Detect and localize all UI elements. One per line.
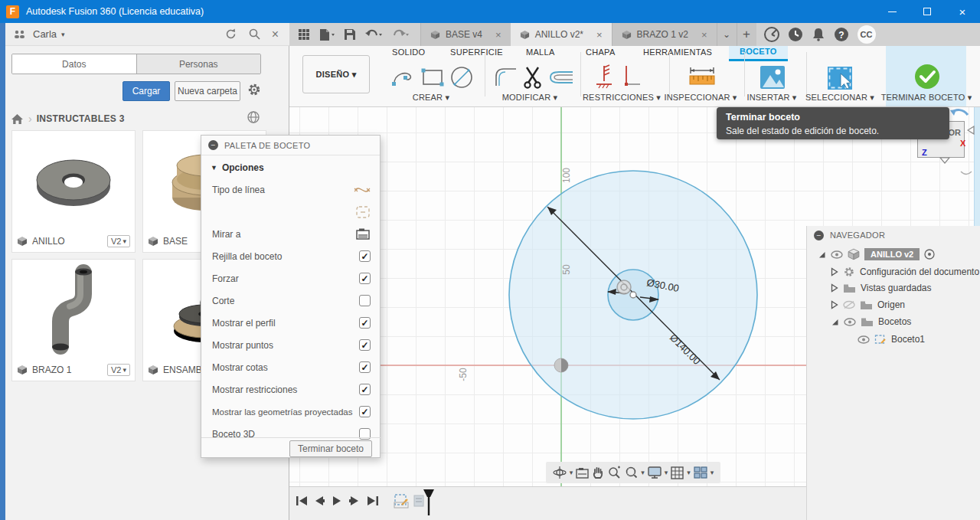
user-dropdown[interactable]: Carla <box>33 28 57 40</box>
orbit-icon[interactable] <box>553 466 567 479</box>
chevron-down-icon[interactable]: ▾ <box>710 469 714 476</box>
close-tab-icon[interactable]: × <box>596 29 603 41</box>
linetype-spline-icon[interactable] <box>354 183 371 197</box>
tab-boceto[interactable]: BOCETO <box>729 46 788 61</box>
expand-triangle-icon[interactable] <box>831 318 839 326</box>
checkbox-puntos[interactable]: ✓ <box>359 339 371 351</box>
group-crear[interactable]: CREAR ▾ <box>413 93 449 103</box>
tab-chapa[interactable]: CHAPA <box>586 47 616 61</box>
tab-herramientas[interactable]: HERRAMIENTAS <box>643 47 712 61</box>
checkbox-proyectadas[interactable]: ✓ <box>359 406 371 417</box>
notifications-bell-icon[interactable] <box>811 27 826 42</box>
browser-header[interactable]: – NAVEGADOR <box>807 226 980 244</box>
timeline-go-start-icon[interactable] <box>296 495 308 506</box>
undo-icon[interactable] <box>364 28 383 41</box>
timeline-go-end-icon[interactable] <box>367 495 379 506</box>
chevron-down-icon[interactable]: ▾ <box>687 469 691 476</box>
version-dropdown[interactable]: V2▾ <box>107 235 130 247</box>
group-terminar-boceto[interactable]: TERMINAR BOCETO ▾ <box>881 93 972 103</box>
collapse-icon[interactable]: – <box>208 140 218 150</box>
new-tab-button[interactable]: + <box>737 23 756 46</box>
chevron-down-icon[interactable]: ▾ <box>665 469 668 476</box>
checkbox-rejilla[interactable]: ✓ <box>359 250 371 262</box>
collapsed-triangle-icon[interactable] <box>831 300 838 309</box>
gear-icon[interactable] <box>247 82 262 97</box>
upload-button[interactable]: Cargar <box>122 81 170 101</box>
display-settings-icon[interactable] <box>648 466 662 479</box>
eye-icon[interactable] <box>831 250 843 259</box>
checkbox-cotas[interactable]: ✓ <box>359 361 371 373</box>
offset-tool-icon[interactable] <box>547 64 574 90</box>
checkbox-perfil[interactable]: ✓ <box>359 317 371 329</box>
browser-row-origen[interactable]: Origen <box>831 299 905 310</box>
browser-row-docsettings[interactable]: Configuración del documento <box>831 266 979 278</box>
chevron-down-icon[interactable]: ▾ <box>570 469 573 476</box>
construction-line-icon[interactable] <box>355 205 371 219</box>
fit-view-icon[interactable] <box>624 466 638 479</box>
activate-target-icon[interactable] <box>924 249 935 260</box>
tab-datos[interactable]: Datos <box>12 54 137 74</box>
perpendicular-constraint-icon[interactable] <box>619 64 642 90</box>
viewcube-rotate-ccw-icon[interactable] <box>960 170 972 178</box>
tab-malla[interactable]: MALLA <box>526 47 555 61</box>
file-menu-icon[interactable] <box>318 28 335 41</box>
timeline-feature-sketch[interactable] <box>394 493 409 509</box>
help-icon[interactable]: ? <box>833 26 850 43</box>
fix-constraint-icon[interactable] <box>593 64 616 90</box>
timeline-position-marker[interactable] <box>423 489 435 516</box>
circle-tool-icon[interactable] <box>449 64 475 90</box>
checkbox-forzar[interactable]: ✓ <box>359 273 371 284</box>
group-modificar[interactable]: MODIFICAR ▾ <box>502 93 558 103</box>
refresh-icon[interactable] <box>224 28 237 41</box>
design-dropdown[interactable]: DISEÑO ▾ <box>302 55 370 93</box>
browser-row-bocetos[interactable]: Bocetos <box>831 316 911 327</box>
eye-off-icon[interactable] <box>843 300 855 309</box>
tab-personas[interactable]: Personas <box>137 54 261 74</box>
group-insertar[interactable]: INSERTAR ▾ <box>746 93 796 103</box>
project-card-anillo[interactable]: ANILLO V2▾ <box>11 130 136 253</box>
viewports-icon[interactable] <box>694 466 707 479</box>
expand-triangle-icon[interactable] <box>818 250 826 259</box>
pan-hand-icon[interactable] <box>592 466 604 479</box>
close-tab-icon[interactable]: × <box>495 29 501 41</box>
browser-row-savedviews[interactable]: Vistas guardadas <box>831 283 932 293</box>
group-inspeccionar[interactable]: INSPECCIONAR ▾ <box>664 93 737 103</box>
home-icon[interactable] <box>11 113 24 125</box>
checkbox-corte[interactable] <box>359 295 371 306</box>
breadcrumb-folder[interactable]: INSTRUCTABLES 3 <box>37 113 125 124</box>
eye-icon[interactable] <box>858 335 870 344</box>
insert-image-icon[interactable] <box>758 64 787 90</box>
web-globe-icon[interactable] <box>247 110 260 124</box>
sketch-palette-header[interactable]: – PALETA DE BOCETO <box>201 136 380 155</box>
timeline-step-forward-icon[interactable] <box>349 495 360 506</box>
measure-ruler-icon[interactable] <box>688 64 717 90</box>
viewcube-rotate-left-icon[interactable] <box>967 126 975 135</box>
redo-icon[interactable] <box>391 28 410 41</box>
group-seleccionar[interactable]: SELECCIONAR ▾ <box>805 93 874 103</box>
rectangle-tool-icon[interactable] <box>420 64 446 90</box>
project-card-brazo[interactable]: BRAZO 1 V2▾ <box>11 259 136 381</box>
viewcube-rotate-down-icon[interactable] <box>939 157 950 164</box>
save-icon[interactable] <box>344 28 356 41</box>
eye-icon[interactable] <box>844 318 856 326</box>
timeline-play-icon[interactable] <box>332 495 342 506</box>
fillet-tool-icon[interactable] <box>493 64 519 90</box>
close-button[interactable]: × <box>945 0 980 23</box>
close-panel-icon[interactable]: × <box>272 28 279 41</box>
collapse-icon[interactable]: – <box>814 231 824 240</box>
extensions-icon[interactable] <box>763 26 780 43</box>
minimize-button[interactable] <box>874 0 910 23</box>
options-section[interactable]: ▼ Opciones <box>201 155 380 176</box>
grid-settings-icon[interactable] <box>671 466 684 479</box>
maximize-button[interactable] <box>910 0 945 23</box>
avatar[interactable]: CC <box>858 25 876 44</box>
spline-tool-icon[interactable] <box>390 64 416 90</box>
search-icon[interactable] <box>248 28 261 41</box>
job-status-clock-icon[interactable] <box>787 26 804 43</box>
tab-overflow-button[interactable]: ⌄ <box>717 23 737 46</box>
sketch-center-point[interactable] <box>630 292 636 298</box>
viewcube-home-icon[interactable] <box>949 107 969 118</box>
group-restricciones[interactable]: RESTRICCIONES ▾ <box>583 93 661 103</box>
collapsed-triangle-icon[interactable] <box>831 267 838 276</box>
look-at-icon[interactable] <box>576 467 589 479</box>
